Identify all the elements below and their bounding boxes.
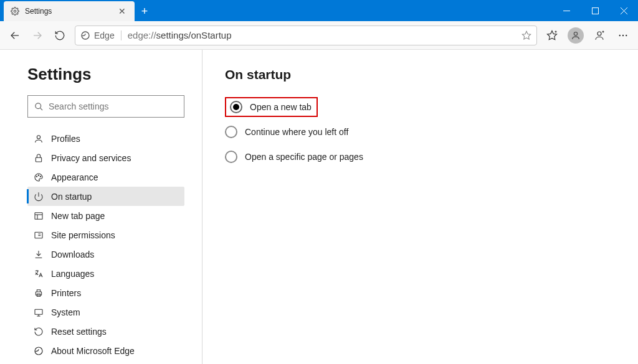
nav-profiles[interactable]: Profiles [27,129,184,148]
svg-rect-2 [592,7,598,14]
search-input[interactable] [49,101,178,111]
printer-icon [32,288,45,298]
settings-search[interactable] [27,95,184,118]
svg-point-43 [35,347,42,355]
address-bar[interactable]: Edge edge://settings/onStartup [75,26,537,45]
tab-title: Settings [25,7,116,16]
refresh-button[interactable] [49,24,71,47]
search-icon [34,102,44,111]
svg-point-18 [626,34,627,35]
svg-point-13 [598,32,601,35]
nav-about[interactable]: About Microsoft Edge [27,341,184,360]
option-label: Open a new tab [250,102,312,112]
radio-unchecked-icon[interactable] [225,126,237,138]
nav-printers[interactable]: Printers [27,283,184,302]
nav-downloads[interactable]: Downloads [27,245,184,264]
svg-marker-9 [548,30,557,39]
svg-point-19 [36,103,41,108]
option-label: Open a specific page or pages [245,152,363,162]
language-icon [32,269,45,279]
titlebar: Settings ✕ + [0,0,638,21]
back-button[interactable] [4,24,26,47]
profile-button[interactable] [564,24,587,47]
svg-rect-30 [35,232,42,238]
option-highlight: Open a new tab [225,97,318,117]
nav-appearance[interactable]: Appearance [27,167,184,187]
nav-privacy[interactable]: Privacy and services [27,148,184,167]
edge-chip-label: Edge [94,30,115,40]
page-heading: On startup [225,67,616,82]
url-text: edge://settings/onStartup [128,30,521,40]
svg-line-20 [40,108,42,110]
edge-logo-icon [80,30,90,40]
svg-point-23 [36,176,37,177]
nav-system[interactable]: System [27,302,184,322]
nav-reset-settings[interactable]: Reset settings [27,322,184,341]
more-menu-button[interactable] [612,24,634,47]
svg-point-25 [40,176,40,177]
nav-site-permissions[interactable]: Site permissions [27,225,184,245]
option-label: Continue where you left off [245,127,348,137]
feedback-button[interactable] [588,24,611,47]
svg-point-16 [619,34,621,35]
edge-identity-chip: Edge [80,30,121,40]
settings-sidebar: Settings Profiles Privacy and services A… [0,50,202,364]
browser-tab[interactable]: Settings ✕ [4,1,135,21]
svg-rect-22 [36,157,41,162]
new-tab-button[interactable]: + [135,1,155,21]
minimize-button[interactable] [552,0,581,21]
maximize-button[interactable] [581,0,609,21]
avatar-icon [568,27,584,44]
palette-icon [32,172,45,182]
svg-point-17 [622,34,624,35]
power-icon [32,192,45,202]
svg-point-24 [38,175,39,175]
system-icon [32,307,45,317]
settings-nav: Profiles Privacy and services Appearance… [27,129,188,360]
svg-point-0 [14,10,16,12]
svg-point-21 [37,135,40,138]
reset-icon [32,327,45,337]
radio-unchecked-icon[interactable] [225,151,237,163]
svg-marker-8 [522,31,530,39]
settings-title: Settings [27,65,188,84]
permissions-icon [32,230,45,240]
svg-rect-40 [35,309,42,314]
edge-icon [32,346,45,356]
nav-languages[interactable]: Languages [27,264,184,283]
layout-icon [32,211,45,221]
window-controls [552,0,638,21]
profile-icon [32,134,45,144]
startup-option-continue[interactable]: Continue where you left off [225,121,616,143]
svg-rect-38 [36,292,41,295]
settings-main: On startup Open a new tab Continue where… [202,50,638,364]
download-icon [32,250,45,259]
nav-new-tab-page[interactable]: New tab page [27,206,184,225]
favorites-button[interactable] [541,24,563,47]
forward-button[interactable] [26,24,49,47]
svg-point-12 [574,32,577,35]
nav-on-startup[interactable]: On startup [27,187,184,206]
startup-option-new-tab[interactable]: Open a new tab [225,96,616,118]
gear-icon [10,6,20,16]
tab-close-button[interactable]: ✕ [116,6,128,16]
close-window-button[interactable] [609,0,638,21]
toolbar: Edge edge://settings/onStartup [0,21,638,50]
startup-option-specific-pages[interactable]: Open a specific page or pages [225,146,616,168]
lock-icon [32,153,45,163]
radio-checked-icon[interactable] [230,101,242,113]
favorite-star-icon[interactable] [521,30,531,40]
svg-rect-27 [35,212,42,219]
